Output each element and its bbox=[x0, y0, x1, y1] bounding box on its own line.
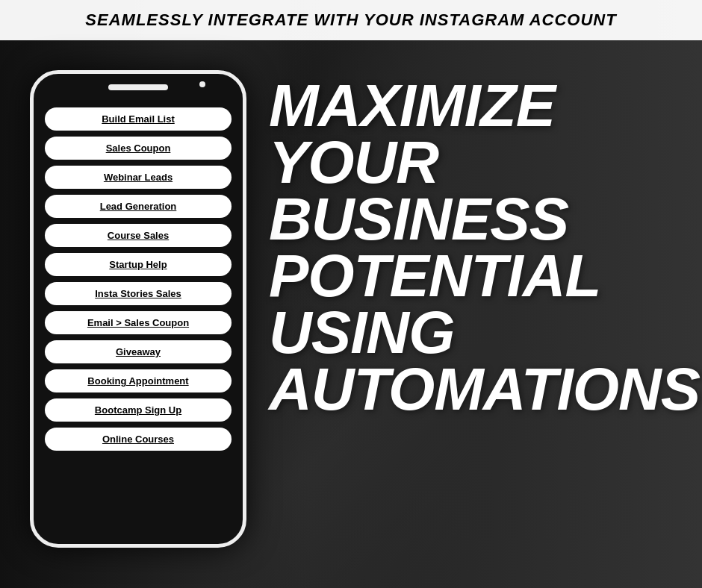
headline-line4: USING bbox=[269, 304, 700, 361]
top-banner: SEAMLESSLY INTEGRATE WITH YOUR INSTAGRAM… bbox=[0, 0, 702, 40]
phone-btn-11[interactable]: Online Courses bbox=[45, 428, 232, 451]
phone-btn-3[interactable]: Lead Generation bbox=[45, 195, 232, 218]
phone-btn-2[interactable]: Webinar Leads bbox=[45, 166, 232, 189]
phone-btn-10[interactable]: Bootcamp Sign Up bbox=[45, 398, 232, 422]
headline-line5: AUTOMATIONS bbox=[269, 361, 700, 418]
main-headline: MAXIMIZE YOUR BUSINESS POTENTIAL USING A… bbox=[269, 78, 700, 418]
content-wrapper: SEAMLESSLY INTEGRATE WITH YOUR INSTAGRAM… bbox=[0, 0, 702, 588]
phone-mockup: Build Email ListSales CouponWebinar Lead… bbox=[30, 70, 246, 548]
phone-btn-8[interactable]: Giveaway bbox=[45, 340, 232, 363]
banner-text: SEAMLESSLY INTEGRATE WITH YOUR INSTAGRAM… bbox=[85, 10, 616, 29]
headline-line2: YOUR BUSINESS bbox=[269, 134, 700, 248]
right-text-block: MAXIMIZE YOUR BUSINESS POTENTIAL USING A… bbox=[269, 63, 700, 418]
main-content: Build Email ListSales CouponWebinar Lead… bbox=[0, 40, 702, 588]
headline-line3: POTENTIAL bbox=[269, 248, 700, 304]
phone-btn-6[interactable]: Insta Stories Sales bbox=[45, 282, 232, 305]
phone-btn-0[interactable]: Build Email List bbox=[45, 107, 232, 131]
phone-btn-7[interactable]: Email > Sales Coupon bbox=[45, 311, 232, 334]
phone-camera-dot bbox=[199, 81, 205, 87]
phone-btn-4[interactable]: Course Sales bbox=[45, 224, 232, 247]
phone-btn-9[interactable]: Booking Appointment bbox=[45, 369, 232, 392]
phone-btn-1[interactable]: Sales Coupon bbox=[45, 137, 232, 160]
phone-notch bbox=[108, 84, 168, 90]
phone-btn-5[interactable]: Startup Help bbox=[45, 253, 232, 276]
phone-buttons-list: Build Email ListSales CouponWebinar Lead… bbox=[45, 107, 232, 451]
headline-line1: MAXIMIZE bbox=[269, 78, 700, 134]
